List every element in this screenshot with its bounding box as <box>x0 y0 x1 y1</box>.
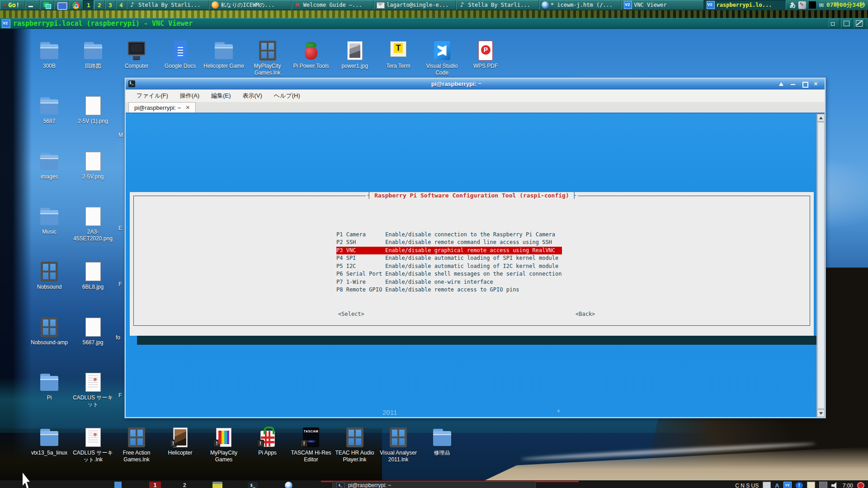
desktop-icon[interactable]: ! Pi Apps <box>246 427 289 456</box>
maximize-button[interactable] <box>841 19 852 28</box>
vnc-server-icon[interactable]: V2 <box>783 482 792 488</box>
task-button[interactable]: lagarto@single-e... <box>374 0 456 10</box>
desktop-icon[interactable]: 5687.jpg <box>71 316 115 346</box>
show-desktop-icon[interactable] <box>25 0 40 10</box>
task-button[interactable]: raspberrypi.lo... <box>704 0 786 10</box>
workspace-button[interactable]: 4 <box>116 0 127 10</box>
mail-icon[interactable]: ✉ <box>819 2 824 9</box>
minimize-button[interactable] <box>789 80 797 88</box>
scroll-down-arrow[interactable] <box>817 409 825 417</box>
desktop-icon[interactable]: Visual Analyser 2011.lnk <box>377 427 420 463</box>
desktop-icon[interactable]: 2-5V (1).png <box>71 95 115 125</box>
raspi-menu-row[interactable]: P6 Serial Port Enable/disable shell mess… <box>336 270 562 278</box>
desktop-icon[interactable]: ! Helicopter <box>159 427 202 456</box>
desktop-icon[interactable]: Free Action Games.lnk <box>115 427 158 463</box>
minimize-button[interactable] <box>829 19 840 28</box>
desktop-icon[interactable]: Tera Term <box>377 40 420 70</box>
pen-tool-icon[interactable] <box>798 1 806 9</box>
ime-indicator[interactable]: あ <box>790 1 796 9</box>
raspi-menu-row[interactable]: P3 VNC Enable/disable graphical remote a… <box>336 247 562 255</box>
desktop-icon[interactable]: vtx13_5a_linux <box>28 427 71 456</box>
desktop-icon[interactable]: WPS PDF <box>464 40 507 70</box>
desktop-icon[interactable]: images <box>28 150 71 180</box>
desktop-icon[interactable]: 2-5V.png <box>71 150 115 180</box>
shade-button[interactable] <box>778 80 785 88</box>
vnc-window-titlebar[interactable]: raspberrypi.local (raspberrypi) - VNC Vi… <box>0 18 868 29</box>
close-button[interactable] <box>854 19 865 28</box>
raspi-menu-row[interactable]: P2 SSH Enable/disable remote command lin… <box>336 239 562 247</box>
tray-box-icon[interactable] <box>819 482 827 488</box>
workspace-button[interactable]: 3 <box>105 0 116 10</box>
desktop-icon[interactable]: 5687 <box>28 95 71 125</box>
workspace-button[interactable]: 2 <box>94 0 105 10</box>
clipboard-icon[interactable] <box>807 482 815 488</box>
power-icon[interactable] <box>857 482 864 488</box>
scrollbar-thumb[interactable] <box>817 122 825 409</box>
terminal-titlebar[interactable]: pi@raspberrypi: ~ <box>126 79 825 89</box>
raspi-menu-row[interactable]: P8 Remote GPIO Enable/disable remote acc… <box>336 286 562 294</box>
desktop-icon[interactable]: power1.jpg <box>333 40 377 70</box>
workspace-1-button[interactable]: 1 <box>149 482 161 488</box>
task-button[interactable]: Stella By Starli... <box>456 0 538 10</box>
tab-close-icon[interactable]: ✕ <box>185 104 190 111</box>
desktop-icon[interactable]: MyPlayCity Games.lnk <box>246 40 289 76</box>
chrome-icon[interactable] <box>69 0 83 10</box>
monitor-icon[interactable] <box>54 0 69 10</box>
scroll-up-arrow[interactable] <box>817 114 825 122</box>
terminal-content[interactable]: 2011 + Raspberry Pi Software Configurati… <box>126 114 825 417</box>
task-button[interactable]: 私なりのICEWMの... <box>209 0 291 10</box>
menu-item[interactable]: 操作(A) <box>180 92 199 100</box>
input-method-indicator[interactable]: A <box>775 482 779 488</box>
desktop-icon[interactable]: CADLUS サーキット <box>71 371 115 408</box>
display-icon[interactable] <box>763 482 771 488</box>
desktop-icon[interactable]: ! TASCAM Hi-Res Editor <box>289 427 333 463</box>
close-button[interactable] <box>813 80 820 88</box>
desktop-icon[interactable]: Computer <box>115 40 158 70</box>
window-list-icon[interactable] <box>40 0 54 10</box>
notification-icon[interactable]: ! <box>796 482 803 488</box>
desktop-icon[interactable]: ! MyPlayCity Games <box>202 427 245 463</box>
desktop-icon[interactable]: Pi <box>28 371 71 401</box>
raspi-menu-row[interactable]: P4 SPI Enable/disable automatic loading … <box>336 254 562 263</box>
volume-icon[interactable] <box>831 482 839 488</box>
start-button[interactable]: ✕ Go! <box>0 0 25 10</box>
desktop-icon[interactable]: 6BL8.jpg <box>71 261 115 291</box>
desktop-icon[interactable]: Visual Studio Code <box>420 40 464 76</box>
menu-item[interactable]: 編集(E) <box>211 92 231 100</box>
remote-launcher-icon[interactable] <box>114 482 122 488</box>
raspi-menu-row[interactable]: P1 Camera Enable/disable connection to t… <box>336 231 562 239</box>
desktop-icon[interactable]: Google Docs <box>159 40 202 70</box>
workspace-2-button[interactable]: 2 <box>183 482 186 488</box>
back-button[interactable]: <Back> <box>576 311 595 317</box>
desktop-icon[interactable]: 回路図 <box>71 40 115 70</box>
task-button[interactable]: Stella By Starli... <box>127 0 209 10</box>
desktop-icon[interactable]: 2A3-45SET2020.png <box>71 206 115 242</box>
desktop-icon[interactable]: Nobsound-amp <box>28 316 71 346</box>
terminal-scrollbar[interactable] <box>816 114 825 417</box>
task-button[interactable]: Welcome Guide —... <box>292 0 374 10</box>
desktop-icon[interactable]: Pi Power Tools <box>289 40 333 70</box>
remote-task-button[interactable]: $_ pi@raspberrypi: ~ <box>332 481 536 488</box>
maximize-button[interactable] <box>801 80 808 88</box>
raspi-menu-row[interactable]: P7 1-Wire Enable/disable one-wire interf… <box>336 278 562 286</box>
desktop-icon[interactable]: CADLUS サーキット.lnk <box>71 427 115 463</box>
terminal-tab[interactable]: pi@raspberrypi: ~ ✕ <box>128 102 196 113</box>
desktop-icon[interactable]: Music <box>28 206 71 235</box>
task-button[interactable]: * icewm-j.htm (/... <box>539 0 621 10</box>
raspi-menu-row[interactable]: P5 I2C Enable/disable automatic loading … <box>336 263 562 271</box>
browser-icon[interactable] <box>285 482 292 488</box>
desktop-icon[interactable]: 修理品 <box>420 427 464 456</box>
desktop-icon[interactable]: Helicopter Game <box>202 40 245 70</box>
menu-item[interactable]: ファイル(F) <box>137 92 168 100</box>
desktop-icon[interactable]: 300B <box>28 40 71 70</box>
desktop-icon[interactable]: TEAC HR Audio Player.lnk <box>333 427 377 463</box>
workspace-button[interactable]: 1 <box>83 0 94 10</box>
task-button[interactable]: VNC Viewer <box>621 0 703 10</box>
tray-black-icon[interactable] <box>809 1 816 9</box>
file-manager-icon[interactable] <box>212 482 222 488</box>
select-button[interactable]: <Select> <box>338 311 364 317</box>
desktop-icon[interactable]: Nobsound <box>28 261 71 291</box>
menu-item[interactable]: ヘルプ(H) <box>274 92 300 100</box>
terminal-launcher-icon[interactable]: $_ <box>248 482 258 488</box>
menu-item[interactable]: 表示(V) <box>243 92 262 100</box>
